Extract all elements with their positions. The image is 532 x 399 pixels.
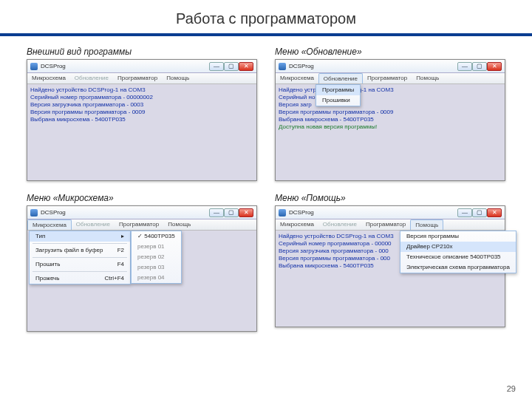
submenu-item-reserve[interactable]: резерв 01 [132, 242, 181, 252]
dropdown-item-datasheet[interactable]: Техническое описание 5400ТР035 [400, 252, 516, 262]
cell-chip: Меню «Микросхема» DCSProg — ▢ ✕ Микросхе… [27, 193, 257, 332]
log-line: Выбрана микросхема - 5400ТР035 [279, 116, 502, 123]
menu-chip[interactable]: Микросхема [276, 73, 318, 83]
submenu-type[interactable]: ✓ 5400ТР035 резерв 01 резерв 02 резерв 0… [131, 231, 182, 284]
maximize-button[interactable]: ▢ [472, 62, 487, 71]
menubar[interactable]: Микросхема Обновление Программатор Помощ… [276, 73, 505, 84]
menu-update[interactable]: Обновление [318, 73, 363, 83]
app-icon [279, 209, 286, 216]
menu-programmer[interactable]: Программатор [361, 219, 410, 230]
menu-update[interactable]: Обновление [72, 219, 115, 230]
caption-update: Меню «Обновление» [275, 47, 505, 57]
maximize-button[interactable]: ▢ [224, 62, 239, 71]
log-line: Версия программы программатора - 0009 [30, 109, 253, 116]
menu-help[interactable]: Помощь [163, 219, 195, 230]
log-line: Версия программы программатора - 0009 [279, 109, 502, 116]
app-icon [279, 63, 286, 70]
menu-chip[interactable]: Микросхема [27, 73, 70, 83]
ditem-label: Прожечь [35, 275, 59, 282]
menu-help[interactable]: Помощь [162, 73, 194, 83]
app-icon [30, 63, 38, 70]
titlebar[interactable]: DCSProg — ▢ ✕ [27, 60, 256, 73]
dropdown-item-flash[interactable]: ПрошитьF4 [30, 259, 130, 270]
ditem-label: Тип [35, 233, 45, 240]
menu-help[interactable]: Помощь [412, 73, 443, 83]
minimize-button[interactable]: — [457, 208, 472, 217]
maximize-button[interactable]: ▢ [224, 208, 239, 217]
submenu-item-reserve[interactable]: резерв 03 [132, 262, 181, 273]
window-title: DCSProg [289, 63, 454, 70]
log-line: Серийный но [279, 94, 502, 101]
cell-main: Внешний вид программы DCSProg — ▢ ✕ Микр… [27, 47, 257, 181]
app-icon [30, 209, 38, 216]
shortcut: Ctrl+F4 [105, 275, 124, 282]
titlebar[interactable]: DCSProg — ▢ ✕ [276, 60, 505, 73]
log-line: Выбрана микросхема - 5400ТР035 [30, 116, 253, 123]
window-title: DCSProg [289, 209, 454, 216]
screenshot-grid: Внешний вид программы DCSProg — ▢ ✕ Микр… [0, 47, 532, 332]
dropdown-update[interactable]: Программы Прошивки [316, 84, 361, 106]
menubar[interactable]: Микросхема Обновление Программатор Помощ… [27, 219, 256, 231]
close-button[interactable]: ✕ [487, 62, 502, 71]
menubar[interactable]: Микросхема Обновление Программатор Помощ… [276, 219, 505, 231]
ditem-label: Загрузить файл в буфер [35, 247, 103, 254]
caption-help: Меню «Помощь» [275, 193, 505, 203]
dropdown-item-firmware[interactable]: Прошивки [316, 95, 360, 106]
menu-programmer[interactable]: Программатор [113, 73, 162, 83]
dropdown-help[interactable]: Версия программы Драйвер CP210x Техничес… [400, 231, 516, 273]
menu-update[interactable]: Обновление [318, 219, 361, 230]
cell-update: Меню «Обновление» DCSProg — ▢ ✕ Микросхе… [275, 47, 505, 181]
title-rule [0, 33, 532, 36]
window-buttons: — ▢ ✕ [457, 208, 502, 217]
check-icon: ✓ [137, 233, 144, 239]
submenu-item-selected[interactable]: ✓ 5400ТР035 [132, 231, 181, 242]
menu-chip[interactable]: Микросхема [27, 219, 72, 230]
caption-main: Внешний вид программы [27, 47, 257, 57]
dropdown-chip[interactable]: Тип▸ Загрузить файл в буферF2 ПрошитьF4 … [29, 231, 131, 284]
ditem-label: Прошить [35, 261, 60, 268]
window-buttons: — ▢ ✕ [209, 208, 253, 217]
minimize-button[interactable]: — [209, 62, 224, 71]
window-title: DCSProg [41, 209, 206, 216]
minimize-button[interactable]: — [457, 62, 472, 71]
menu-programmer[interactable]: Программатор [115, 219, 163, 230]
dropdown-item-type[interactable]: Тип▸ [30, 231, 130, 242]
menu-separator [33, 257, 127, 258]
close-button[interactable]: ✕ [239, 208, 253, 217]
window-buttons: — ▢ ✕ [209, 62, 253, 71]
log-line: Версия загр [279, 101, 502, 109]
minimize-button[interactable]: — [209, 208, 224, 217]
log-line: Версия загрузчика программатора - 0003 [30, 101, 253, 109]
dropdown-item-driver[interactable]: Драйвер CP210x [400, 242, 516, 252]
menu-programmer[interactable]: Программатор [363, 73, 412, 83]
submenu-item-reserve[interactable]: резерв 04 [132, 273, 181, 283]
ditem-label: 5400ТР035 [144, 233, 174, 239]
menu-help[interactable]: Помощь [410, 219, 443, 230]
submenu-item-reserve[interactable]: резерв 02 [132, 252, 181, 262]
close-button[interactable]: ✕ [239, 62, 253, 71]
menubar[interactable]: Микросхема Обновление Программатор Помощ… [27, 73, 256, 84]
page-number: 29 [507, 384, 516, 393]
menu-chip[interactable]: Микросхема [276, 219, 318, 230]
dropdown-item-burn[interactable]: ПрожечьCtrl+F4 [30, 273, 130, 284]
menu-update[interactable]: Обновление [70, 73, 113, 83]
log-line: Найдено устройство DCSProg-1 на COM3 [279, 86, 502, 94]
titlebar[interactable]: DCSProg — ▢ ✕ [27, 206, 256, 219]
submenu-arrow-icon: ▸ [121, 233, 124, 240]
window-buttons: — ▢ ✕ [457, 62, 502, 71]
close-button[interactable]: ✕ [487, 208, 502, 217]
cell-help: Меню «Помощь» DCSProg — ▢ ✕ Микросхема О… [275, 193, 505, 332]
app-help: DCSProg — ▢ ✕ Микросхема Обновление Прог… [275, 205, 505, 327]
dropdown-item-programs[interactable]: Программы [316, 85, 360, 95]
dropdown-item-schematic[interactable]: Электрическая схема программатора [400, 262, 516, 273]
client-area: Найдено устройство DCSProg-1 на COM3 Сер… [27, 84, 256, 180]
titlebar[interactable]: DCSProg — ▢ ✕ [276, 206, 505, 219]
app-main: DCSProg — ▢ ✕ Микросхема Обновление Прог… [27, 59, 257, 181]
maximize-button[interactable]: ▢ [472, 208, 487, 217]
dropdown-item-load[interactable]: Загрузить файл в буферF2 [30, 245, 130, 256]
dropdown-item-version[interactable]: Версия программы [400, 231, 516, 242]
log-line: Серийный номер программатора - 00000002 [30, 94, 253, 101]
shortcut: F2 [117, 247, 124, 254]
app-update: DCSProg — ▢ ✕ Микросхема Обновление Прог… [275, 59, 505, 181]
shortcut: F4 [117, 261, 124, 268]
